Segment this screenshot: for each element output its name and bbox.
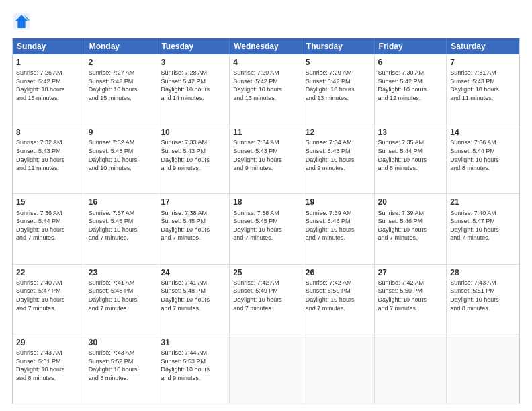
cell-info: Sunrise: 7:39 AM Sunset: 5:46 PM Dayligh… — [378, 209, 443, 242]
calendar-cell: 29Sunrise: 7:43 AM Sunset: 5:51 PM Dayli… — [13, 334, 85, 404]
cell-info: Sunrise: 7:40 AM Sunset: 5:47 PM Dayligh… — [16, 279, 81, 312]
day-number: 17 — [161, 197, 226, 208]
calendar-cell: 18Sunrise: 7:38 AM Sunset: 5:45 PM Dayli… — [230, 194, 302, 263]
day-number: 7 — [450, 57, 516, 68]
cell-info: Sunrise: 7:39 AM Sunset: 5:46 PM Dayligh… — [306, 209, 371, 242]
day-number: 12 — [306, 127, 371, 138]
calendar-cell: 17Sunrise: 7:38 AM Sunset: 5:45 PM Dayli… — [157, 194, 230, 263]
day-number: 27 — [378, 267, 443, 278]
calendar-cell: 11Sunrise: 7:34 AM Sunset: 5:43 PM Dayli… — [230, 124, 302, 193]
calendar-cell: 28Sunrise: 7:43 AM Sunset: 5:51 PM Dayli… — [447, 265, 519, 334]
calendar-cell: 1Sunrise: 7:26 AM Sunset: 5:42 PM Daylig… — [13, 54, 85, 124]
calendar-row-5: 29Sunrise: 7:43 AM Sunset: 5:51 PM Dayli… — [13, 334, 519, 404]
calendar-cell: 15Sunrise: 7:36 AM Sunset: 5:44 PM Dayli… — [13, 194, 85, 263]
day-number: 10 — [161, 127, 226, 138]
cell-info: Sunrise: 7:43 AM Sunset: 5:51 PM Dayligh… — [16, 349, 81, 382]
calendar-cell: 12Sunrise: 7:34 AM Sunset: 5:43 PM Dayli… — [302, 124, 375, 193]
calendar-header: SundayMondayTuesdayWednesdayThursdayFrid… — [13, 38, 519, 54]
logo-icon — [12, 12, 31, 31]
day-number: 3 — [161, 57, 226, 68]
calendar-cell: 23Sunrise: 7:41 AM Sunset: 5:48 PM Dayli… — [85, 265, 158, 334]
cell-info: Sunrise: 7:26 AM Sunset: 5:42 PM Dayligh… — [16, 68, 81, 102]
calendar: SundayMondayTuesdayWednesdayThursdayFrid… — [12, 38, 520, 404]
day-number: 31 — [161, 337, 226, 348]
day-number: 9 — [89, 127, 154, 138]
day-number: 19 — [306, 197, 371, 208]
calendar-cell: 4Sunrise: 7:29 AM Sunset: 5:42 PM Daylig… — [230, 54, 302, 124]
page: SundayMondayTuesdayWednesdayThursdayFrid… — [0, 0, 532, 411]
calendar-cell — [447, 334, 519, 404]
cell-info: Sunrise: 7:29 AM Sunset: 5:42 PM Dayligh… — [233, 68, 298, 102]
day-number: 22 — [16, 267, 81, 278]
calendar-cell: 20Sunrise: 7:39 AM Sunset: 5:46 PM Dayli… — [375, 194, 447, 263]
calendar-cell: 31Sunrise: 7:44 AM Sunset: 5:53 PM Dayli… — [157, 334, 230, 404]
cell-info: Sunrise: 7:29 AM Sunset: 5:42 PM Dayligh… — [306, 68, 371, 102]
calendar-cell: 13Sunrise: 7:35 AM Sunset: 5:44 PM Dayli… — [375, 124, 447, 193]
weekday-header-saturday: Saturday — [447, 38, 519, 54]
cell-info: Sunrise: 7:34 AM Sunset: 5:43 PM Dayligh… — [233, 138, 298, 172]
cell-info: Sunrise: 7:32 AM Sunset: 5:43 PM Dayligh… — [89, 138, 154, 172]
cell-info: Sunrise: 7:30 AM Sunset: 5:42 PM Dayligh… — [378, 68, 443, 102]
calendar-cell: 10Sunrise: 7:33 AM Sunset: 5:43 PM Dayli… — [157, 124, 230, 193]
calendar-cell: 6Sunrise: 7:30 AM Sunset: 5:42 PM Daylig… — [375, 54, 447, 124]
calendar-cell: 8Sunrise: 7:32 AM Sunset: 5:43 PM Daylig… — [13, 124, 85, 193]
calendar-cell: 14Sunrise: 7:36 AM Sunset: 5:44 PM Dayli… — [447, 124, 519, 193]
day-number: 26 — [306, 267, 371, 278]
calendar-cell: 5Sunrise: 7:29 AM Sunset: 5:42 PM Daylig… — [302, 54, 375, 124]
day-number: 24 — [161, 267, 226, 278]
day-number: 25 — [233, 267, 298, 278]
calendar-cell: 3Sunrise: 7:28 AM Sunset: 5:42 PM Daylig… — [157, 54, 230, 124]
logo — [12, 12, 34, 31]
cell-info: Sunrise: 7:38 AM Sunset: 5:45 PM Dayligh… — [233, 209, 298, 242]
cell-info: Sunrise: 7:36 AM Sunset: 5:44 PM Dayligh… — [16, 209, 81, 242]
day-number: 21 — [450, 197, 516, 208]
weekday-header-wednesday: Wednesday — [230, 38, 302, 54]
day-number: 1 — [16, 57, 81, 68]
calendar-cell — [375, 334, 447, 404]
calendar-cell: 26Sunrise: 7:42 AM Sunset: 5:50 PM Dayli… — [302, 265, 375, 334]
calendar-cell: 19Sunrise: 7:39 AM Sunset: 5:46 PM Dayli… — [302, 194, 375, 263]
calendar-row-1: 1Sunrise: 7:26 AM Sunset: 5:42 PM Daylig… — [13, 54, 519, 124]
weekday-header-friday: Friday — [375, 38, 447, 54]
day-number: 6 — [378, 57, 443, 68]
cell-info: Sunrise: 7:28 AM Sunset: 5:42 PM Dayligh… — [161, 68, 226, 102]
weekday-header-thursday: Thursday — [302, 38, 375, 54]
day-number: 2 — [89, 57, 154, 68]
cell-info: Sunrise: 7:43 AM Sunset: 5:52 PM Dayligh… — [89, 349, 154, 382]
calendar-cell: 24Sunrise: 7:41 AM Sunset: 5:48 PM Dayli… — [157, 265, 230, 334]
day-number: 15 — [16, 197, 81, 208]
cell-info: Sunrise: 7:35 AM Sunset: 5:44 PM Dayligh… — [378, 138, 443, 172]
day-number: 4 — [233, 57, 298, 68]
day-number: 28 — [450, 267, 516, 278]
cell-info: Sunrise: 7:36 AM Sunset: 5:44 PM Dayligh… — [450, 138, 516, 172]
day-number: 18 — [233, 197, 298, 208]
cell-info: Sunrise: 7:34 AM Sunset: 5:43 PM Dayligh… — [306, 138, 371, 172]
calendar-cell — [302, 334, 375, 404]
weekday-header-sunday: Sunday — [13, 38, 85, 54]
day-number: 13 — [378, 127, 443, 138]
cell-info: Sunrise: 7:42 AM Sunset: 5:50 PM Dayligh… — [378, 279, 443, 312]
calendar-cell: 22Sunrise: 7:40 AM Sunset: 5:47 PM Dayli… — [13, 265, 85, 334]
weekday-header-tuesday: Tuesday — [157, 38, 230, 54]
calendar-row-4: 22Sunrise: 7:40 AM Sunset: 5:47 PM Dayli… — [13, 264, 519, 334]
cell-info: Sunrise: 7:40 AM Sunset: 5:47 PM Dayligh… — [450, 209, 516, 242]
cell-info: Sunrise: 7:42 AM Sunset: 5:50 PM Dayligh… — [306, 279, 371, 312]
calendar-body: 1Sunrise: 7:26 AM Sunset: 5:42 PM Daylig… — [13, 54, 519, 404]
cell-info: Sunrise: 7:42 AM Sunset: 5:49 PM Dayligh… — [233, 279, 298, 312]
calendar-cell: 21Sunrise: 7:40 AM Sunset: 5:47 PM Dayli… — [447, 194, 519, 263]
calendar-cell: 9Sunrise: 7:32 AM Sunset: 5:43 PM Daylig… — [85, 124, 158, 193]
calendar-cell: 27Sunrise: 7:42 AM Sunset: 5:50 PM Dayli… — [375, 265, 447, 334]
cell-info: Sunrise: 7:44 AM Sunset: 5:53 PM Dayligh… — [161, 349, 226, 382]
calendar-cell: 16Sunrise: 7:37 AM Sunset: 5:45 PM Dayli… — [85, 194, 158, 263]
calendar-cell — [230, 334, 302, 404]
cell-info: Sunrise: 7:41 AM Sunset: 5:48 PM Dayligh… — [161, 279, 226, 312]
calendar-row-2: 8Sunrise: 7:32 AM Sunset: 5:43 PM Daylig… — [13, 124, 519, 193]
cell-info: Sunrise: 7:38 AM Sunset: 5:45 PM Dayligh… — [161, 209, 226, 242]
calendar-cell: 25Sunrise: 7:42 AM Sunset: 5:49 PM Dayli… — [230, 265, 302, 334]
day-number: 14 — [450, 127, 516, 138]
cell-info: Sunrise: 7:43 AM Sunset: 5:51 PM Dayligh… — [450, 279, 516, 312]
weekday-header-monday: Monday — [85, 38, 158, 54]
cell-info: Sunrise: 7:27 AM Sunset: 5:42 PM Dayligh… — [89, 68, 154, 102]
calendar-cell: 30Sunrise: 7:43 AM Sunset: 5:52 PM Dayli… — [85, 334, 158, 404]
cell-info: Sunrise: 7:41 AM Sunset: 5:48 PM Dayligh… — [89, 279, 154, 312]
